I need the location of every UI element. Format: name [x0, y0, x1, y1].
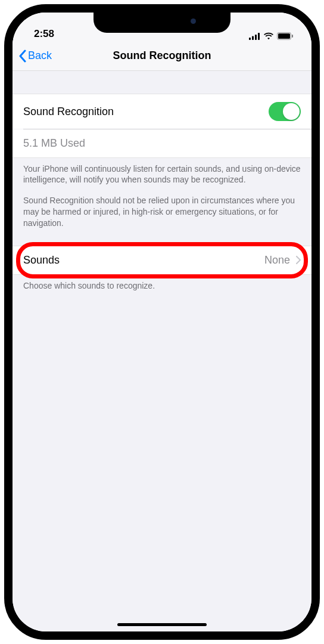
- svg-rect-2: [255, 35, 257, 40]
- content-area: Sound Recognition 5.1 MB Used Your iPhon…: [13, 71, 311, 631]
- chevron-left-icon: [18, 49, 26, 63]
- sounds-footer: Choose which sounds to recognize.: [13, 275, 311, 290]
- sound-recognition-toggle-row[interactable]: Sound Recognition: [13, 94, 311, 129]
- sounds-value: None: [264, 254, 290, 267]
- storage-row: 5.1 MB Used: [13, 129, 311, 158]
- back-button[interactable]: Back: [18, 49, 52, 63]
- sounds-section: Sounds None: [13, 246, 311, 275]
- storage-used-label: 5.1 MB Used: [23, 137, 85, 150]
- sounds-row[interactable]: Sounds None: [13, 246, 311, 275]
- svg-rect-0: [249, 38, 251, 40]
- status-time: 2:58: [34, 28, 54, 40]
- svg-rect-6: [292, 35, 293, 38]
- svg-rect-3: [258, 33, 260, 40]
- status-indicators: [249, 32, 294, 40]
- svg-rect-5: [278, 33, 290, 39]
- home-indicator[interactable]: [117, 623, 207, 626]
- device-notch: [94, 13, 230, 33]
- footer-paragraph-1: Your iPhone will continuously listen for…: [23, 163, 301, 186]
- back-label: Back: [28, 49, 52, 62]
- navigation-bar: Back Sound Recognition: [13, 41, 311, 71]
- footer-paragraph-2: Sound Recognition should not be relied u…: [23, 195, 301, 229]
- screen: 2:58 Back Sound Recognition Sound Recogn…: [13, 13, 311, 631]
- cellular-icon: [249, 33, 260, 40]
- chevron-right-icon: [296, 256, 301, 264]
- svg-rect-1: [252, 36, 254, 40]
- wifi-icon: [263, 32, 274, 40]
- sound-recognition-switch[interactable]: [269, 102, 301, 121]
- sounds-label: Sounds: [23, 254, 264, 267]
- battery-icon: [277, 32, 294, 40]
- page-title: Sound Recognition: [113, 49, 211, 62]
- toggle-label: Sound Recognition: [23, 106, 114, 118]
- device-frame: 2:58 Back Sound Recognition Sound Recogn…: [4, 4, 320, 640]
- section-footer: Your iPhone will continuously listen for…: [13, 158, 311, 229]
